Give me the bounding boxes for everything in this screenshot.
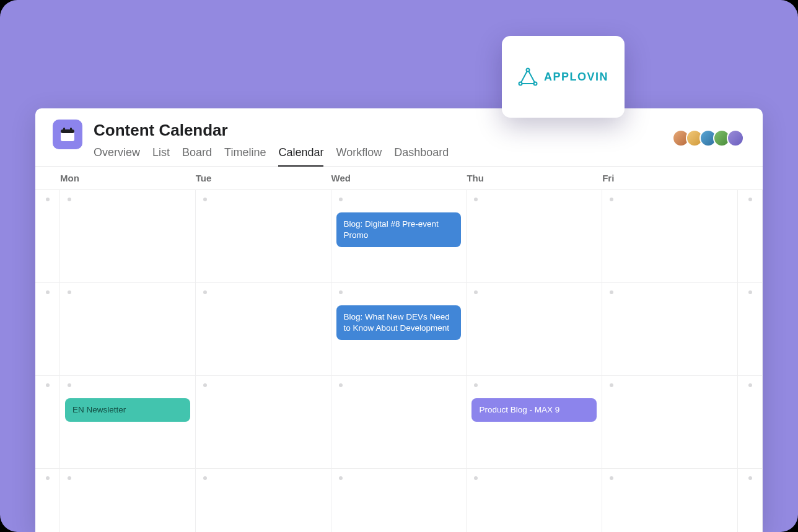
- calendar-cell[interactable]: [738, 190, 763, 283]
- tab-calendar[interactable]: Calendar: [278, 146, 323, 167]
- weekday-thu: Thu: [467, 167, 602, 190]
- calendar-app-icon: [53, 120, 82, 149]
- view-tabs: Overview List Board Timeline Calendar Wo…: [94, 146, 745, 167]
- svg-rect-5: [63, 128, 65, 131]
- weekday-fri: Fri: [602, 167, 738, 190]
- calendar-grid: Blog: Digital #8 Pre-event Promo Blog: W…: [35, 190, 763, 532]
- calendar-cell[interactable]: [196, 283, 331, 376]
- svg-rect-6: [70, 128, 72, 131]
- calendar-cell[interactable]: [35, 469, 60, 532]
- event-blog-digital8[interactable]: Blog: Digital #8 Pre-event Promo: [336, 212, 462, 247]
- app-window: Content Calendar Overview List Board Tim…: [35, 108, 763, 532]
- calendar-cell[interactable]: Product Blog - MAX 9: [467, 376, 602, 469]
- calendar-cell[interactable]: EN Newsletter: [60, 376, 196, 469]
- calendar-cell[interactable]: [467, 469, 602, 532]
- title-area: Content Calendar Overview List Board Tim…: [94, 120, 745, 167]
- calendar-cell[interactable]: [35, 376, 60, 469]
- tab-list[interactable]: List: [152, 146, 170, 167]
- tab-workflow[interactable]: Workflow: [336, 146, 382, 167]
- brand-card: APPLOVIN: [502, 36, 625, 118]
- collaborator-avatars[interactable]: [676, 129, 744, 147]
- calendar-cell[interactable]: [738, 469, 763, 532]
- calendar-cell[interactable]: [331, 469, 467, 532]
- avatar[interactable]: [727, 129, 744, 147]
- calendar-cell[interactable]: [60, 283, 196, 376]
- brand-logo: APPLOVIN: [518, 68, 608, 86]
- calendar-cell[interactable]: [602, 376, 738, 469]
- applovin-logo-icon: [518, 68, 538, 86]
- calendar-cell[interactable]: [331, 376, 467, 469]
- calendar-cell[interactable]: [196, 469, 331, 532]
- page-background: APPLOVIN Content Calendar Overview List …: [0, 0, 798, 532]
- calendar-cell[interactable]: [60, 190, 196, 283]
- weekday-header: Mon Tue Wed Thu Fri: [35, 167, 763, 190]
- tab-timeline[interactable]: Timeline: [224, 146, 266, 167]
- calendar-cell[interactable]: [196, 376, 331, 469]
- svg-rect-4: [61, 129, 74, 133]
- calendar-cell[interactable]: [738, 376, 763, 469]
- calendar-cell[interactable]: Blog: What New DEVs Need to Know About D…: [331, 283, 467, 376]
- calendar-cell[interactable]: [602, 190, 738, 283]
- calendar-cell[interactable]: [60, 469, 196, 532]
- calendar-cell[interactable]: [738, 283, 763, 376]
- calendar-icon: [59, 126, 76, 142]
- page-title: Content Calendar: [94, 121, 745, 140]
- calendar-cell[interactable]: Blog: Digital #8 Pre-event Promo: [331, 190, 467, 283]
- weekday-tue: Tue: [196, 167, 331, 190]
- tab-overview[interactable]: Overview: [94, 146, 140, 167]
- weekday-mon: Mon: [60, 167, 196, 190]
- calendar-cell[interactable]: [602, 283, 738, 376]
- calendar-cell[interactable]: [467, 190, 602, 283]
- calendar-cell[interactable]: [467, 283, 602, 376]
- event-product-blog-max9[interactable]: Product Blog - MAX 9: [471, 398, 597, 422]
- event-blog-devs[interactable]: Blog: What New DEVs Need to Know About D…: [336, 305, 462, 340]
- brand-name: APPLOVIN: [544, 71, 608, 84]
- app-header: Content Calendar Overview List Board Tim…: [35, 108, 763, 167]
- tab-dashboard[interactable]: Dashboard: [394, 146, 449, 167]
- weekday-wed: Wed: [331, 167, 467, 190]
- tab-board[interactable]: Board: [182, 146, 212, 167]
- event-en-newsletter[interactable]: EN Newsletter: [65, 398, 190, 422]
- calendar-cell[interactable]: [602, 469, 738, 532]
- calendar-cell[interactable]: [35, 283, 60, 376]
- calendar-cell[interactable]: [196, 190, 331, 283]
- calendar-cell[interactable]: [35, 190, 60, 283]
